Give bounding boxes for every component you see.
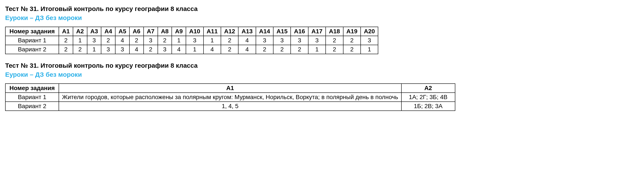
table-cell: 1 [73, 36, 87, 45]
table-header-cell: А20 [361, 27, 378, 36]
table-header-cell: А15 [273, 27, 291, 36]
table-header-cell: А5 [115, 27, 130, 36]
row-label: Вариант 2 [5, 45, 59, 54]
table-header-row: Номер заданияА1А2 [5, 84, 455, 93]
table-cell: 4 [115, 36, 130, 45]
table-cell: 2 [59, 36, 73, 45]
row-label: Вариант 1 [5, 93, 59, 102]
table-cell: 1 [87, 45, 101, 54]
table-cell: 2 [59, 45, 73, 54]
table-header-cell: А6 [130, 27, 144, 36]
table-2: Номер заданияА1А2Вариант 1Жители городов… [5, 83, 455, 111]
table-header-cell: А11 [204, 27, 221, 36]
table-cell: 3 [144, 36, 158, 45]
table-header-cell: А9 [172, 27, 186, 36]
table-cell: 3 [361, 36, 378, 45]
table-cell: 4 [238, 45, 256, 54]
row-label: Вариант 2 [5, 102, 59, 111]
table-header-cell: А1 [59, 27, 73, 36]
section-2: Тест № 31. Итоговый контроль по курсу ге… [5, 62, 639, 111]
table-cell: 1 [308, 45, 326, 54]
table-cell: 2 [73, 45, 87, 54]
table-header-cell: А16 [291, 27, 308, 36]
table-cell: 1А; 2Г; 3Б; 4В [402, 93, 455, 102]
table-header-cell: А2 [73, 27, 87, 36]
table-cell: Жители городов, которые расположены за п… [59, 93, 401, 102]
table-cell: 2 [326, 36, 343, 45]
table-cell: 2 [343, 45, 361, 54]
table-cell: 3 [101, 45, 115, 54]
table-cell: 3 [308, 36, 326, 45]
table-cell: 2 [130, 36, 144, 45]
table-cell: 2 [221, 45, 238, 54]
table-cell: 3 [291, 36, 308, 45]
table-header-cell: А8 [158, 27, 172, 36]
section-2-subtitle: Еуроки – ДЗ без мороки [5, 71, 639, 78]
table-cell: 3 [87, 36, 101, 45]
table-header-row: Номер заданияА1А2А3А4А5А6А7А8А9А10А11А12… [5, 27, 378, 36]
section-1: Тест № 31. Итоговый контроль по курсу ге… [5, 5, 639, 54]
table-1: Номер заданияА1А2А3А4А5А6А7А8А9А10А11А12… [5, 27, 378, 54]
table-cell: 4 [172, 45, 186, 54]
table-header-cell: А14 [256, 27, 273, 36]
table-header-first: Номер задания [5, 84, 59, 93]
table-cell: 2 [158, 36, 172, 45]
table-cell: 2 [273, 45, 291, 54]
section-1-subtitle: Еуроки – ДЗ без мороки [5, 14, 639, 22]
table-cell: 1 [204, 36, 221, 45]
table-header-cell: А18 [326, 27, 343, 36]
table-cell: 1, 4, 5 [59, 102, 401, 111]
table-cell: 3 [273, 36, 291, 45]
table-header-cell: А7 [144, 27, 158, 36]
table-header-cell: А17 [308, 27, 326, 36]
table-header-cell: А12 [221, 27, 238, 36]
section-1-title: Тест № 31. Итоговый контроль по курсу ге… [5, 5, 639, 13]
table-cell: 3 [115, 45, 130, 54]
table-cell: 2 [343, 36, 361, 45]
table-row: Вариант 1Жители городов, которые располо… [5, 93, 455, 102]
table-row: Вариант 21, 4, 51Б; 2В; 3А [5, 102, 455, 111]
table-cell: 1 [361, 45, 378, 54]
table-cell: 2 [101, 36, 115, 45]
table-cell: 2 [326, 45, 343, 54]
table-row: Вариант 222133423414242221221 [5, 45, 378, 54]
section-2-title: Тест № 31. Итоговый контроль по курсу ге… [5, 62, 639, 69]
table-header-cell: А13 [238, 27, 256, 36]
table-cell: 2 [291, 45, 308, 54]
table-header-cell: А10 [186, 27, 203, 36]
table-header-cell: А4 [101, 27, 115, 36]
table-cell: 3 [186, 36, 203, 45]
table-cell: 4 [204, 45, 221, 54]
table-header-cell: А19 [343, 27, 361, 36]
table-header-first: Номер задания [5, 27, 59, 36]
table-cell: 3 [256, 36, 273, 45]
table-cell: 2 [221, 36, 238, 45]
table-row: Вариант 121324232131243333223 [5, 36, 378, 45]
table-header-cell: А1 [59, 84, 401, 93]
table-cell: 4 [130, 45, 144, 54]
table-header-cell: А2 [402, 84, 455, 93]
table-cell: 1Б; 2В; 3А [402, 102, 455, 111]
row-label: Вариант 1 [5, 36, 59, 45]
table-cell: 1 [186, 45, 203, 54]
table-cell: 1 [172, 36, 186, 45]
table-cell: 4 [238, 36, 256, 45]
table-cell: 2 [256, 45, 273, 54]
table-cell: 2 [144, 45, 158, 54]
table-cell: 3 [158, 45, 172, 54]
table-header-cell: А3 [87, 27, 101, 36]
